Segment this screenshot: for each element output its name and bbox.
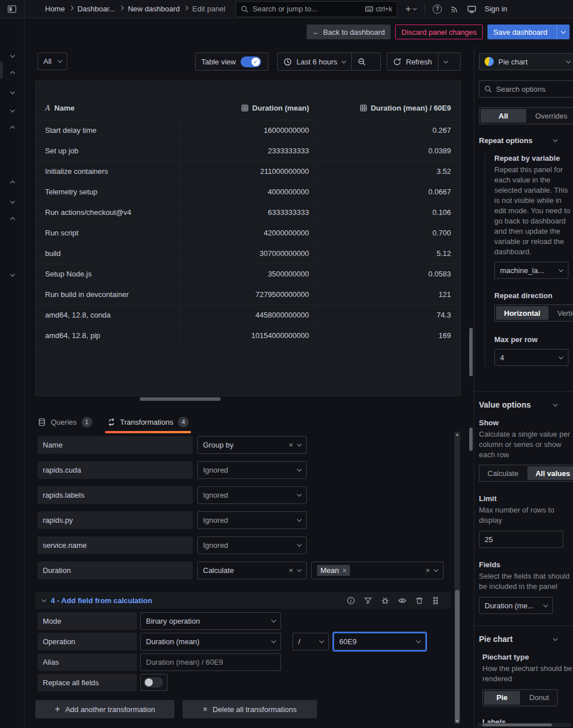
chevron-down-icon (58, 58, 62, 63)
breadcrumb-dashboards[interactable]: Dashboar... (78, 5, 116, 13)
chevron-up-icon[interactable] (11, 123, 14, 132)
chevron-up-icon[interactable] (11, 68, 14, 77)
aggregation-select[interactable]: Mean× × (311, 562, 444, 579)
table-view-toggle-group: Table view ✓ (195, 52, 269, 71)
replace-all-fields-toggle[interactable] (140, 674, 168, 691)
chevron-down-icon (297, 517, 302, 522)
breadcrumb-home[interactable]: Home (45, 5, 65, 13)
options-horizontal-scrollbar[interactable] (478, 723, 571, 727)
operand-right-select[interactable]: 60E9 (334, 633, 426, 650)
pane-scrollbar-thumb[interactable] (469, 428, 473, 451)
visualization-picker[interactable]: Pie chart (479, 53, 573, 70)
scroll-down-icon[interactable]: ▼ (454, 719, 460, 723)
add-transformation-button[interactable]: + Add another transformation (35, 700, 174, 718)
sidebar-toggle-button[interactable] (0, 0, 25, 18)
refresh-interval-button[interactable] (438, 53, 453, 70)
scrollbar-thumb[interactable] (482, 723, 552, 726)
tab-all[interactable]: All (481, 109, 526, 123)
options-search-input[interactable]: Search options (479, 80, 573, 97)
pane-scrollbar-thumb[interactable] (469, 328, 473, 376)
news-rss-icon[interactable] (450, 5, 459, 14)
repeat-options-header[interactable]: Repeat options (479, 136, 573, 145)
table-view-toggle[interactable]: ✓ (241, 56, 261, 67)
groupby-select-name[interactable]: Group by× (197, 436, 307, 454)
type-donut[interactable]: Donut (521, 690, 557, 706)
refresh-button[interactable]: Refresh (387, 53, 438, 70)
drag-handle-icon[interactable] (432, 596, 439, 605)
repeat-variable-select[interactable]: machine_la... (494, 262, 568, 279)
filter-icon[interactable] (364, 596, 372, 605)
column-header-duration-mean[interactable]: Duration (mean) (180, 96, 318, 120)
info-icon[interactable] (347, 596, 355, 605)
edit-panel-header: ← Back to dashboard Discard panel change… (25, 18, 573, 46)
direction-horizontal[interactable]: Horizontal (496, 306, 548, 320)
bug-icon[interactable] (381, 596, 389, 605)
show-description: Calculate a single value per column or s… (479, 429, 573, 460)
groupby-select-service-name[interactable]: Ignored (197, 536, 307, 554)
screen-share-icon[interactable] (467, 5, 477, 14)
fields-label: Fields (479, 560, 573, 569)
chevron-up-icon[interactable] (11, 214, 14, 223)
clock-icon (283, 58, 292, 66)
scroll-up-icon[interactable]: ▲ (454, 433, 460, 436)
limit-input[interactable] (479, 531, 563, 548)
groupby-select-rapids-labels[interactable]: Ignored (197, 486, 307, 504)
global-search-input[interactable]: Search or jump to... ctrl+k (235, 1, 397, 17)
horizontal-scrollbar[interactable] (140, 397, 221, 401)
eye-icon[interactable] (398, 596, 407, 605)
delete-all-transformations-button[interactable]: × Delete all transformations (182, 700, 317, 718)
tab-transformations[interactable]: Transformations 4 (107, 412, 189, 432)
groupby-select-rapids-cuda[interactable]: Ignored (197, 461, 307, 479)
replace-all-fields-label: Replace all fields (38, 674, 137, 692)
table-row: Telemetry setup40000000000.0667 (36, 182, 460, 202)
scope-select[interactable]: All (38, 52, 67, 70)
max-per-row-select[interactable]: 4 (494, 349, 568, 366)
mode-select[interactable]: Binary operation (140, 612, 281, 630)
new-menu-button[interactable]: + (405, 3, 416, 15)
column-header-name[interactable]: A Name (36, 104, 180, 113)
chevron-down-icon[interactable] (11, 50, 14, 59)
zoom-out-time-button[interactable] (352, 53, 372, 70)
type-pie[interactable]: Pie (484, 691, 520, 705)
help-icon[interactable]: ? (433, 5, 442, 14)
panel-toolbar: All Table view ✓ Last 6 hours (25, 52, 474, 71)
show-calculate[interactable]: Calculate (479, 465, 526, 481)
breadcrumb-new-dashboard[interactable]: New dashboard (128, 5, 180, 13)
database-icon (38, 418, 46, 426)
chevron-down-icon[interactable] (11, 269, 14, 278)
operand-left-select[interactable]: Duration (mean) (140, 633, 281, 650)
clear-icon[interactable]: × (425, 567, 430, 574)
active-nav-indicator (0, 62, 3, 79)
chevron-down-icon (297, 492, 302, 497)
chevron-down-icon[interactable] (11, 105, 14, 113)
pie-chart-options-header[interactable]: Pie chart (474, 625, 573, 644)
clear-icon[interactable]: × (288, 567, 293, 574)
table-row: Setup Node.js35000000000.0583 (36, 264, 460, 284)
time-range-picker[interactable]: Last 6 hours (278, 53, 351, 70)
scrollbar-thumb[interactable] (455, 590, 460, 723)
alias-input[interactable] (140, 653, 281, 671)
chevron-up-icon[interactable] (11, 178, 14, 186)
chevron-down-icon[interactable] (11, 87, 14, 95)
transformations-scrollbar[interactable]: ▲ ▼ (454, 432, 460, 724)
chevron-down-icon[interactable] (11, 196, 14, 205)
remove-tag-icon[interactable]: × (343, 567, 347, 574)
operator-select[interactable]: / (292, 633, 329, 650)
clear-icon[interactable]: × (288, 441, 293, 449)
column-header-duration-ratio[interactable]: Duration (mean) / 60E9 (318, 96, 460, 120)
direction-vertical[interactable]: Vertical (550, 305, 573, 321)
groupby-select-duration[interactable]: Calculate× (197, 562, 307, 579)
fields-select[interactable]: Duration (me... (479, 597, 553, 614)
value-options-header[interactable]: Value options (474, 391, 573, 409)
groupby-select-rapids-py[interactable]: Ignored (197, 511, 307, 529)
save-dashboard-button[interactable]: Save dashboard (487, 25, 570, 39)
tab-overrides[interactable]: Overrides (527, 108, 573, 124)
back-to-dashboard-button[interactable]: ← Back to dashboard (307, 25, 391, 39)
save-dashboard-menu-button[interactable] (556, 25, 570, 39)
show-all-values[interactable]: All values (527, 466, 573, 480)
sign-in-link[interactable]: Sign in (485, 5, 514, 13)
discard-panel-changes-button[interactable]: Discard panel changes (395, 25, 483, 39)
tab-queries[interactable]: Queries 1 (38, 412, 92, 432)
transformation-4-header[interactable]: 4 - Add field from calculation (35, 592, 450, 609)
trash-icon[interactable] (415, 596, 424, 605)
